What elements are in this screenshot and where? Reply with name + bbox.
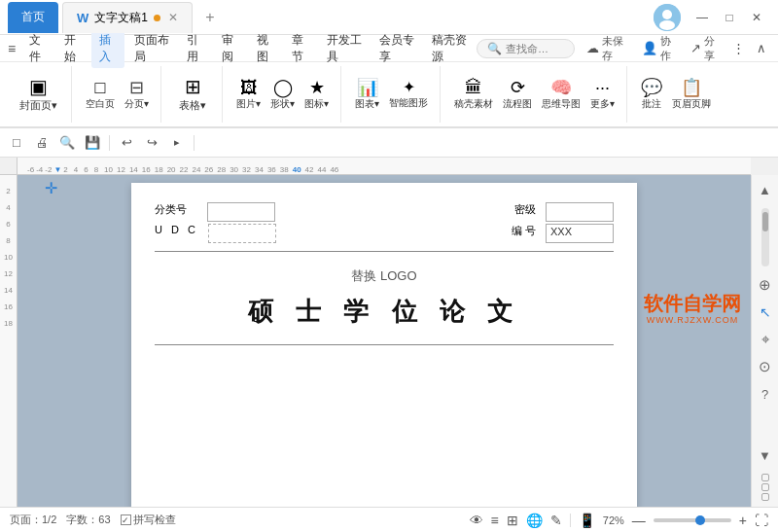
shape-icon: ◯ [273, 79, 293, 96]
picture-label: 图片▾ [236, 97, 261, 111]
screen-icon[interactable]: 📱 [579, 513, 595, 528]
page-nav-dot[interactable] [761, 483, 769, 491]
zoom-out-icon[interactable]: — [632, 513, 646, 528]
tab-document[interactable]: W 文字文稿1 ✕ [62, 2, 193, 33]
zoom-in-icon[interactable]: + [739, 513, 747, 528]
redo-icon[interactable]: ↪ [141, 132, 162, 154]
fullscreen-icon[interactable]: ⛶ [755, 513, 768, 528]
v-ruler-mark: 18 [4, 319, 13, 328]
menu-page-layout[interactable]: 页面布局 [126, 29, 177, 68]
unsaved-status[interactable]: ☁ 未保存 [581, 32, 630, 65]
more-options-icon[interactable]: ⋮ [730, 38, 747, 59]
spell-check-checkbox[interactable]: ✓ [121, 514, 131, 525]
page-nav-dot[interactable] [761, 493, 769, 501]
tab-home[interactable]: 首页 [8, 2, 58, 33]
ruler-right-spacer [751, 158, 778, 175]
menu-vip[interactable]: 会员专享 [371, 29, 422, 68]
edit-icon[interactable]: ✎ [550, 513, 562, 528]
picture-button[interactable]: 🖼 图片▾ [232, 77, 265, 113]
minimize-button[interactable]: — [689, 4, 716, 31]
menu-start[interactable]: 开始 [56, 29, 89, 68]
thesis-title[interactable]: 硕 士 学 位 论 文 [155, 295, 614, 329]
cover-page-button[interactable]: ▣ 封面页▾ [14, 75, 63, 115]
spell-check-toggle[interactable]: ✓ 拼写检查 [121, 513, 176, 527]
main-area: 2 4 6 8 10 12 14 16 18 ✛ 分类号 密级 U D C [0, 175, 778, 507]
status-bar: 页面：1/2 字数：63 ✓ 拼写检查 👁 ≡ ⊞ 🌐 ✎ 📱 72% — + … [0, 507, 778, 532]
menu-review[interactable]: 审阅 [214, 29, 247, 68]
logo-placeholder[interactable]: 替换 LOGO [155, 267, 614, 285]
menu-insert[interactable]: 插入 [91, 29, 124, 68]
forward-icon[interactable]: ▸ [166, 132, 188, 154]
print-icon[interactable]: 🖨 [31, 132, 53, 154]
content-area[interactable]: ✛ 分类号 密级 U D C 编 号 XXX [18, 175, 751, 507]
mindmap-button[interactable]: 🧠 思维导图 [538, 77, 584, 113]
search-box[interactable]: 🔍 [477, 39, 575, 58]
toolbar-group-templates: 🏛 稿壳素材 ⟳ 流程图 🧠 思维导图 ··· 更多▾ [442, 66, 627, 123]
mindmap-icon: 🧠 [550, 79, 572, 96]
save-icon[interactable]: 💾 [82, 132, 103, 154]
table-button[interactable]: ⊞ 表格▾ [171, 75, 214, 115]
menu-chapter[interactable]: 章节 [284, 29, 317, 68]
icon-button[interactable]: ★ 图标▾ [301, 77, 333, 113]
menu-dev-tools[interactable]: 开发工具 [319, 29, 370, 68]
zoom-thumb[interactable] [695, 515, 705, 525]
undo-icon[interactable]: ↩ [116, 132, 137, 154]
ruler-mark: 16 [142, 166, 151, 174]
menu-reference[interactable]: 引用 [179, 29, 212, 68]
template-button[interactable]: 🏛 稿壳素材 [450, 77, 497, 113]
comment-button[interactable]: 💬 批注 [637, 77, 666, 113]
vertical-ruler: 2 4 6 8 10 12 14 16 18 [0, 175, 18, 507]
menu-file[interactable]: 文件 [21, 29, 54, 68]
restore-button[interactable]: □ [716, 4, 743, 31]
classification-input[interactable] [207, 202, 275, 222]
blank-page-button[interactable]: □ 空白页 [82, 77, 119, 113]
new-doc-icon[interactable]: □ [6, 132, 27, 154]
page-nav-dot[interactable] [761, 474, 769, 481]
chart-button[interactable]: 📊 图表▾ [351, 77, 383, 113]
preview-icon[interactable]: 🔍 [56, 132, 78, 154]
search-input[interactable] [506, 43, 564, 54]
chart-icon: 📊 [357, 79, 378, 96]
new-tab-button[interactable]: + [196, 4, 224, 31]
collapse-icon[interactable]: ∧ [754, 38, 770, 59]
sidebar-tool-1[interactable]: ⊕ [755, 274, 776, 296]
more-button[interactable]: ··· 更多▾ [586, 77, 619, 113]
v-ruler-mark: 16 [4, 302, 13, 311]
sidebar-tool-2[interactable]: ⌖ [755, 329, 776, 350]
sidebar-tool-3[interactable]: ⊙ [755, 356, 776, 377]
menu-view[interactable]: 视图 [249, 29, 282, 68]
sidebar-tool-cursor[interactable]: ↖ [755, 301, 776, 323]
scroll-up-button[interactable]: ▲ [755, 179, 776, 200]
web-icon[interactable]: 🌐 [526, 513, 543, 528]
scrollbar-track[interactable] [761, 208, 769, 266]
menu-template[interactable]: 稿壳资源 [424, 29, 475, 68]
sidebar-help[interactable]: ? [755, 383, 776, 405]
udc-input[interactable] [208, 224, 276, 243]
header-footer-button[interactable]: 📋 页眉页脚 [668, 77, 715, 113]
flowchart-button[interactable]: ⟳ 流程图 [499, 77, 536, 113]
horizontal-ruler: -6 -4 -2 ▼ 2 4 6 8 10 12 14 16 18 20 22 … [18, 158, 751, 175]
share-button[interactable]: ↗ 分享 [685, 32, 725, 65]
menu-expand-icon[interactable]: ≡ [8, 41, 16, 56]
page-break-button[interactable]: ⊟ 分页▾ [121, 77, 153, 113]
main-toolbar: ▣ 封面页▾ □ 空白页 ⊟ 分页▾ ⊞ 表格▾ 🖼 图片▾ [0, 62, 778, 128]
bottom-divider [155, 344, 614, 345]
ruler-mark: 36 [267, 166, 276, 174]
collaborate-button[interactable]: 👤 协作 [636, 32, 680, 65]
add-page-cursor[interactable]: ✛ [45, 179, 57, 197]
scroll-down-button[interactable]: ▼ [755, 444, 776, 466]
close-button[interactable]: ✕ [743, 4, 770, 31]
smart-shape-button[interactable]: ✦ 智能图形 [385, 78, 432, 112]
tab-close-icon[interactable]: ✕ [168, 11, 178, 24]
zoom-slider[interactable] [654, 518, 731, 522]
list-view-icon[interactable]: ≡ [491, 513, 499, 528]
icon-label: 图标▾ [304, 97, 329, 111]
secret-input[interactable] [546, 202, 614, 222]
grid-view-icon[interactable]: ⊞ [507, 513, 518, 528]
eye-icon[interactable]: 👁 [470, 513, 483, 528]
user-avatar[interactable] [654, 4, 681, 31]
scrollbar-thumb[interactable] [762, 212, 768, 231]
v-ruler-mark: 14 [4, 286, 13, 295]
ruler-mark: 42 [305, 166, 314, 174]
shape-button[interactable]: ◯ 形状▾ [266, 77, 299, 113]
